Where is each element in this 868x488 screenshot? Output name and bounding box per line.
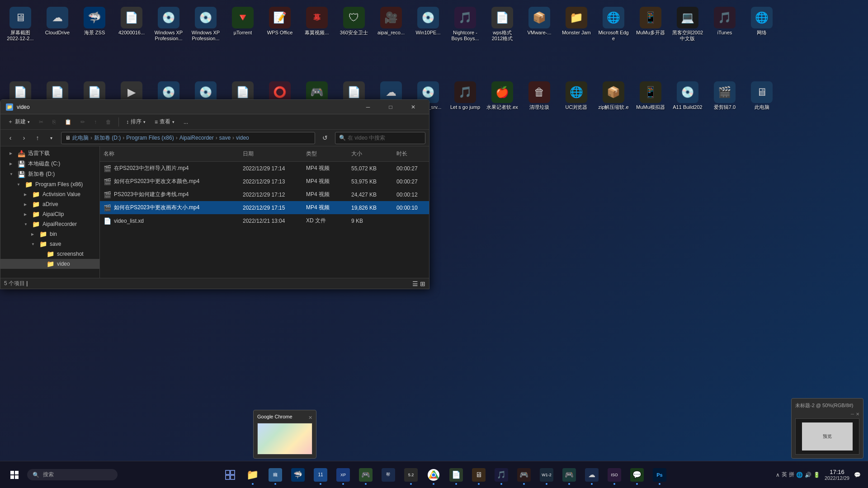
- taskbar-app-ultiso[interactable]: ISO: [604, 464, 625, 486]
- col-duration[interactable]: 时长: [393, 148, 429, 160]
- sidebar-item-bin[interactable]: ▶ 📁 bin: [0, 229, 99, 239]
- recent-button[interactable]: ▾: [45, 131, 57, 144]
- desktop-icon-itunes[interactable]: 🎵 iTunes: [707, 5, 743, 44]
- breadcrumb-pc[interactable]: 此电脑: [72, 134, 89, 142]
- taskbar-app-explorer[interactable]: 📁: [242, 464, 264, 486]
- taskbar-app-taskview[interactable]: [219, 464, 241, 486]
- file-row-2[interactable]: 🎬 如何在PS2023中更改文本颜色.mp4 2022/12/29 17:13 …: [100, 175, 429, 188]
- file-name-2[interactable]: 🎬 如何在PS2023中更改文本颜色.mp4: [100, 176, 239, 187]
- col-type[interactable]: 类型: [302, 148, 348, 160]
- desktop-icon-mumu[interactable]: 📱 MuMu多开器: [632, 5, 669, 44]
- up-button[interactable]: ↑: [31, 131, 44, 144]
- desktop-icon-haijing[interactable]: 🦈 海景 ZSS: [76, 5, 113, 44]
- view-button[interactable]: ≡ 查看 ▾: [151, 116, 178, 127]
- maximize-button[interactable]: □: [380, 100, 401, 114]
- breadcrumb[interactable]: 🖥 此电脑 › 新加卷 (D:) › Program Files (x86) ›…: [61, 132, 315, 144]
- taskbar-app-ghost-xp1[interactable]: 幽: [264, 464, 286, 486]
- desktop-icon-lets-go[interactable]: 🎵 Let s go jump ar...: [447, 79, 483, 111]
- taskbar-app-chrome[interactable]: [423, 464, 444, 486]
- taskbar-app-win11-prog[interactable]: 11: [310, 464, 331, 486]
- minimize-button[interactable]: ─: [358, 100, 378, 114]
- taskbar-app-bangong[interactable]: 帮: [377, 464, 399, 486]
- ps-min-btn[interactable]: ─: [851, 412, 854, 417]
- copy-button[interactable]: ⎘: [49, 117, 59, 127]
- desktop-icon-a11[interactable]: 💿 A11 Build2020...: [670, 79, 706, 111]
- grid-view-button[interactable]: ⊞: [420, 280, 425, 287]
- breadcrumb-d[interactable]: 新加卷 (D:): [94, 134, 121, 142]
- desktop-icon-win10pe[interactable]: 💿 Win10PE...: [410, 5, 446, 44]
- new-button[interactable]: ＋ 新建 ▾: [4, 116, 33, 127]
- taskbar-app-jiutian[interactable]: 🎮: [355, 464, 377, 486]
- taskbar-app-weixin[interactable]: 💬: [626, 464, 648, 486]
- chrome-preview-close[interactable]: ✕: [308, 415, 312, 421]
- sidebar-item-save[interactable]: ▼ 📁 save: [0, 239, 99, 249]
- desktop-icon-shuma[interactable]: 🖥 屏幕截图2022-12-2...: [2, 5, 38, 44]
- taskbar-app-52379[interactable]: 5.2: [400, 464, 422, 486]
- sidebar-item-new-d[interactable]: ▼ 💾 新加卷 (D:): [0, 169, 99, 179]
- desktop-icon-wps-fmt[interactable]: 📄 wps格式2012格式: [484, 5, 520, 44]
- file-row-5[interactable]: 📄 video_list.xd 2022/12/21 13:04 XD 文件 9…: [100, 214, 429, 227]
- file-row-3[interactable]: 🎬 PS2023中如何建立参考线.mp4 2022/12/29 17:12 MP…: [100, 188, 429, 201]
- sidebar-item-aipaiclip[interactable]: ▶ 📁 AipaiClip: [0, 209, 99, 219]
- sidebar-item-aipairecorder[interactable]: ▼ 📁 AipaiRecorder: [0, 219, 99, 229]
- desktop-icon-aipaipec[interactable]: 🎥 aipai_reco...: [373, 5, 409, 44]
- close-button[interactable]: ✕: [403, 100, 424, 114]
- taskbar-app-tencent[interactable]: 🎮: [558, 464, 580, 486]
- taskbar-app-zhongguo[interactable]: 🎮: [513, 464, 535, 486]
- cut-button[interactable]: ✂: [35, 117, 47, 127]
- breadcrumb-pf[interactable]: Program Files (x86): [126, 135, 174, 141]
- sidebar-item-activision[interactable]: ▶ 📁 Activision Value: [0, 189, 99, 199]
- desktop-icon-ms-edge[interactable]: 🌐 Microsoft Edge: [595, 5, 632, 44]
- desktop-icon-nightcore[interactable]: 🎵 Nightcore -Boys Boys...: [447, 5, 483, 44]
- file-name-3[interactable]: 🎬 PS2023中如何建立参考线.mp4: [100, 189, 239, 200]
- col-size[interactable]: 大小: [348, 148, 393, 160]
- desktop-icon-42000016[interactable]: 📄 42000016...: [113, 5, 150, 44]
- desktop-icon-uc[interactable]: 🌐 UC浏览器: [558, 79, 594, 111]
- tray-network[interactable]: 🌐: [796, 472, 803, 478]
- file-row-1[interactable]: 🎬 在PS2023中怎样导入图片.mp4 2022/12/29 17:14 MP…: [100, 162, 429, 175]
- desktop-icon-hacker[interactable]: 💻 黑客空间2002中文版: [670, 5, 706, 44]
- tray-chevron[interactable]: ∧: [776, 472, 780, 478]
- desktop-icon-mumu2[interactable]: 📱 MuMu模拟器X: [632, 79, 669, 111]
- file-name-5[interactable]: 📄 video_list.xd: [100, 216, 239, 226]
- taskbar-app-tianyun[interactable]: ☁: [581, 464, 603, 486]
- tray-clock[interactable]: 17:16 2022/12/29: [822, 468, 852, 482]
- taskbar-app-haijing[interactable]: 🦈: [287, 464, 309, 486]
- tray-notification[interactable]: 💬: [854, 472, 861, 478]
- sidebar-item-video[interactable]: 📁 video: [0, 259, 99, 269]
- more-button[interactable]: ...: [180, 117, 192, 127]
- desktop-icon-zip[interactable]: 📦 zip解压缩软.exe: [595, 79, 632, 111]
- taskbar-app-ps[interactable]: Ps: [649, 464, 670, 486]
- desktop-icon-winxp2[interactable]: 💿 Windows XPProfession...: [188, 5, 224, 44]
- taskbar-app-winxp-pro[interactable]: XP: [332, 464, 354, 486]
- breadcrumb-save[interactable]: save: [219, 135, 231, 141]
- desktop-icon-morejian[interactable]: 幕 幕翼视频...: [299, 5, 335, 44]
- paste-button[interactable]: 📋: [61, 117, 75, 127]
- share-button[interactable]: ↑: [90, 117, 100, 127]
- taskbar-app-po-winxp[interactable]: 🖥: [468, 464, 490, 486]
- file-name-4[interactable]: 🎬 如何在PS2023中更改画布大小.mp4: [100, 202, 239, 213]
- forward-button[interactable]: ›: [18, 131, 30, 144]
- taskbar-app-lets-jump[interactable]: 🎵: [491, 464, 512, 486]
- col-date[interactable]: 日期: [239, 148, 302, 160]
- list-view-button[interactable]: ☰: [412, 280, 418, 287]
- start-button[interactable]: [4, 464, 25, 486]
- refresh-button[interactable]: ↺: [319, 131, 331, 144]
- desktop-icon-wps[interactable]: 📝 WPS Office: [262, 5, 298, 44]
- back-button[interactable]: ‹: [4, 131, 17, 144]
- col-name[interactable]: 名称: [100, 148, 239, 160]
- desktop-icon-360[interactable]: 🛡 360安全卫士: [336, 5, 372, 44]
- sidebar-item-screenshot[interactable]: 📁 screenshot: [0, 249, 99, 259]
- delete-button[interactable]: 🗑: [102, 117, 115, 127]
- breadcrumb-aipai[interactable]: AipaiRecorder: [179, 135, 214, 141]
- desktop-icon-cloudrive[interactable]: ☁ CloudDrive: [39, 5, 75, 44]
- desktop-icon-shuiguo[interactable]: 🍎 水果记者软.exe: [484, 79, 520, 111]
- desktop-icon-utorrent[interactable]: 🔻 µTorrent: [225, 5, 261, 44]
- desktop-icon-this-pc[interactable]: 🖥 此电脑: [744, 79, 780, 111]
- desktop-icon-vmware[interactable]: 📦 VMware-...: [521, 5, 557, 44]
- desktop-icon-monster-jam[interactable]: 📁 Monster Jam: [558, 5, 594, 44]
- desktop-icon-network[interactable]: 🌐 网络: [744, 5, 780, 44]
- rename-button[interactable]: ✏: [77, 117, 89, 127]
- search-box[interactable]: 🔍 在 video 中搜索: [335, 132, 425, 144]
- tray-volume[interactable]: 🔊: [805, 472, 811, 478]
